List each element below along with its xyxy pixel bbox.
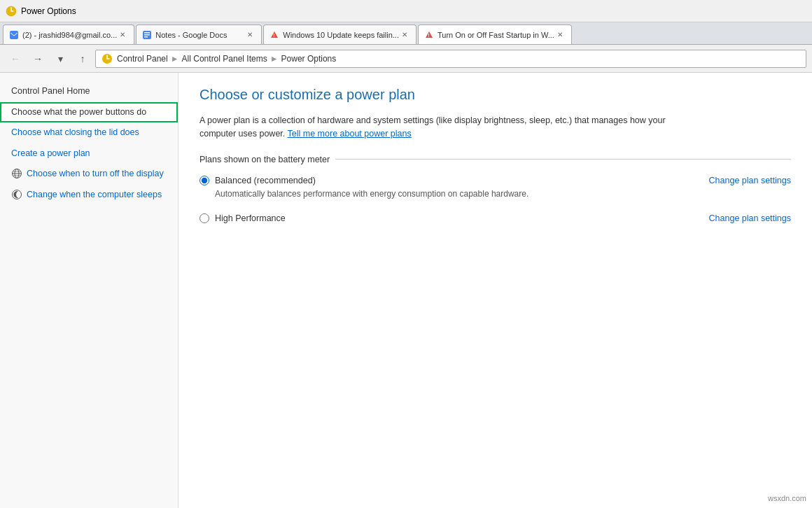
tab-docs-label: Notes - Google Docs <box>155 31 227 39</box>
tab-windows-update-label: Windows 10 Update keeps failin... <box>283 31 399 39</box>
svg-text:!: ! <box>274 33 275 38</box>
plan-high-performance: High Performance Change plan settings <box>200 213 791 223</box>
plan-balanced-name-row: Balanced (recommended) <box>200 176 316 185</box>
watermark: wsxdn.com <box>768 494 806 502</box>
moon-icon <box>11 189 22 200</box>
tab-email-close[interactable]: ✕ <box>117 29 128 41</box>
tab-docs[interactable]: Notes - Google Docs ✕ <box>136 24 262 44</box>
plan-high-performance-radio[interactable] <box>200 213 209 223</box>
plan-balanced: Balanced (recommended) Change plan setti… <box>200 176 791 200</box>
tab-windows-update[interactable]: ! Windows 10 Update keeps failin... ✕ <box>263 24 416 44</box>
tab-fast-startup[interactable]: ! Turn On or Off Fast Startup in W... ✕ <box>418 24 572 44</box>
forward-button[interactable]: → <box>28 49 48 69</box>
sidebar-item-turn-off-display[interactable]: Choose when to turn off the display <box>0 164 178 185</box>
tabs-bar: (2) - jrashid984@gmail.co... ✕ Notes - G… <box>0 22 812 45</box>
svg-text:!: ! <box>428 33 429 38</box>
sidebar-item-sleep[interactable]: Change when the computer sleeps <box>0 185 178 206</box>
tab-fast-startup-favicon: ! <box>424 30 434 40</box>
plan-high-performance-change-link[interactable]: Change plan settings <box>709 213 791 223</box>
section-divider <box>335 159 791 160</box>
breadcrumb-sep-2: ► <box>270 54 279 64</box>
page-description: A power plan is a collection of hardware… <box>200 114 704 141</box>
tab-fast-startup-label: Turn On or Off Fast Startup in W... <box>438 31 554 39</box>
up-button[interactable]: ↑ <box>73 49 92 69</box>
plan-high-performance-name: High Performance <box>215 213 286 223</box>
sidebar-item-lid-close[interactable]: Choose what closing the lid does <box>0 122 178 143</box>
plan-balanced-description: Automatically balances performance with … <box>200 188 791 200</box>
globe-icon <box>11 168 22 179</box>
sidebar-item-sleep-label: Change when the computer sleeps <box>27 189 162 202</box>
svg-rect-5 <box>144 36 148 38</box>
tab-windows-update-favicon: ! <box>270 30 279 40</box>
page-description-text: A power plan is a collection of hardware… <box>200 115 666 139</box>
main-window: Control Panel Home Choose what the power… <box>0 73 812 508</box>
plan-balanced-change-link[interactable]: Change plan settings <box>709 176 791 185</box>
sidebar-item-lid-close-label: Choose what closing the lid does <box>11 127 139 137</box>
tab-fast-startup-close[interactable]: ✕ <box>554 29 566 41</box>
title-bar-title: Power Options <box>21 6 76 16</box>
sidebar-item-create-plan[interactable]: Create a power plan <box>0 143 178 164</box>
sidebar-item-turn-off-display-label: Choose when to turn off the display <box>27 168 164 181</box>
tab-docs-favicon <box>142 30 152 40</box>
title-bar-icon <box>6 6 17 17</box>
tab-windows-update-close[interactable]: ✕ <box>399 29 410 41</box>
sidebar-item-create-plan-label: Create a power plan <box>11 148 90 158</box>
plans-container: Balanced (recommended) Change plan setti… <box>200 176 791 224</box>
tab-email-label: (2) - jrashid984@gmail.co... <box>22 31 117 39</box>
breadcrumb-all-items[interactable]: All Control Panel Items <box>182 54 267 64</box>
sidebar-item-power-buttons[interactable]: Choose what the power buttons do <box>0 102 178 123</box>
plan-balanced-radio[interactable] <box>200 176 209 185</box>
dropdown-button[interactable]: ▾ <box>50 49 70 69</box>
tab-email-favicon <box>9 30 19 40</box>
svg-rect-3 <box>144 32 150 34</box>
address-bar: ← → ▾ ↑ Control Panel ► All Control Pane… <box>0 45 812 73</box>
breadcrumb-control-panel[interactable]: Control Panel <box>117 54 168 64</box>
tab-docs-close[interactable]: ✕ <box>244 29 255 41</box>
page-title: Choose or customize a power plan <box>200 87 791 103</box>
plan-balanced-name: Balanced (recommended) <box>215 176 316 185</box>
sidebar-item-control-panel-home: Control Panel Home <box>0 81 178 102</box>
content-area: Choose or customize a power plan A power… <box>178 73 812 508</box>
plan-balanced-header: Balanced (recommended) Change plan setti… <box>200 176 791 185</box>
tab-email[interactable]: (2) - jrashid984@gmail.co... ✕ <box>3 24 134 44</box>
svg-rect-1 <box>10 31 18 39</box>
title-bar: Power Options <box>0 0 812 22</box>
plan-high-performance-header: High Performance Change plan settings <box>200 213 791 223</box>
tell-more-link[interactable]: Tell me more about power plans <box>288 129 412 139</box>
plan-high-performance-name-row: High Performance <box>200 213 286 223</box>
breadcrumb-sep-1: ► <box>171 54 179 64</box>
breadcrumb-control-panel-icon <box>102 53 113 64</box>
breadcrumb-power-options: Power Options <box>281 54 337 64</box>
section-header-text: Plans shown on the battery meter <box>200 155 330 164</box>
sidebar-item-control-panel-home-label: Control Panel Home <box>11 86 90 96</box>
sidebar-item-power-buttons-label: Choose what the power buttons do <box>11 107 146 117</box>
svg-rect-4 <box>144 34 150 36</box>
section-header: Plans shown on the battery meter <box>200 155 791 164</box>
back-button[interactable]: ← <box>6 49 25 69</box>
sidebar: Control Panel Home Choose what the power… <box>0 73 178 508</box>
breadcrumb-bar: Control Panel ► All Control Panel Items … <box>95 50 806 68</box>
